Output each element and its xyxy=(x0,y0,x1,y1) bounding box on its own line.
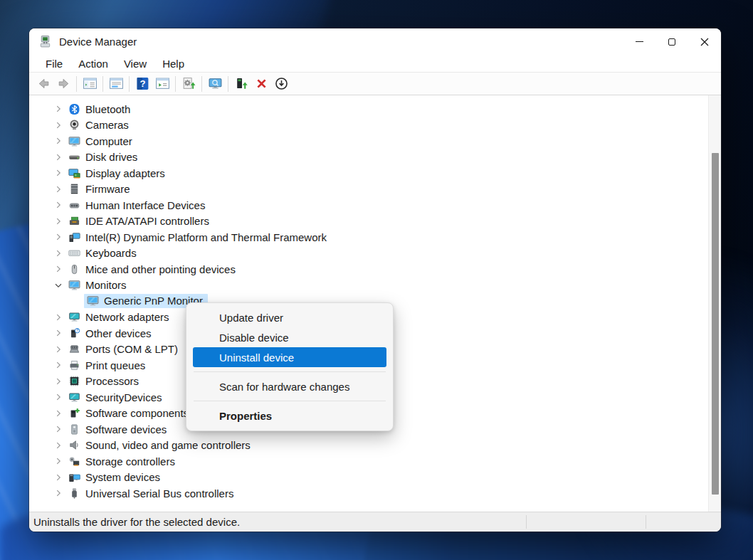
disable-device-button[interactable] xyxy=(271,75,291,93)
monitor-icon xyxy=(68,279,80,291)
network-icon xyxy=(68,311,80,323)
status-text: Uninstalls the driver for the selected d… xyxy=(33,516,240,528)
chevron-right-icon[interactable] xyxy=(53,344,64,355)
scan-for-hardware-changes-button[interactable] xyxy=(179,75,199,93)
action-pane-button[interactable] xyxy=(152,75,172,93)
tree-item-label: Universal Serial Bus controllers xyxy=(85,487,233,500)
chevron-right-icon[interactable] xyxy=(53,487,64,499)
chevron-right-icon[interactable] xyxy=(53,167,64,179)
toolbar-separator xyxy=(76,76,77,92)
chevron-spacer xyxy=(71,295,83,307)
svg-text:?: ? xyxy=(139,78,145,89)
software-component-icon xyxy=(68,407,80,419)
tree-item-ide-ata-atapi-controllers[interactable]: IDE ATA/ATAPI controllers xyxy=(29,213,721,230)
tree-item-label: Computer xyxy=(85,135,132,147)
remote-computer-button[interactable] xyxy=(205,75,225,93)
tree-item-monitors[interactable]: Monitors xyxy=(29,278,721,294)
tree-item-keyboards[interactable]: Keyboards xyxy=(29,245,721,262)
chevron-right-icon[interactable] xyxy=(53,120,64,131)
forward-button[interactable] xyxy=(53,75,73,93)
title-bar[interactable]: Device Manager xyxy=(29,28,721,55)
platform-icon xyxy=(68,231,80,243)
security-icon xyxy=(68,391,80,403)
tree-item-label: Mice and other pointing devices xyxy=(85,263,236,275)
chevron-right-icon[interactable] xyxy=(53,391,64,403)
other-device-icon: ? xyxy=(68,327,80,339)
context-menu-item-uninstall-device[interactable]: Uninstall device xyxy=(193,347,386,367)
tree-item-label: Other devices xyxy=(85,327,152,339)
tree-item-firmware[interactable]: Firmware xyxy=(29,181,721,198)
context-menu-item-update-driver[interactable]: Update driver xyxy=(193,307,386,327)
tree-item-intel-r-dynamic-platform-and-thermal-framework[interactable]: Intel(R) Dynamic Platform and Thermal Fr… xyxy=(29,229,721,245)
chevron-right-icon[interactable] xyxy=(53,376,64,387)
chevron-right-icon[interactable] xyxy=(53,231,64,243)
chevron-right-icon[interactable] xyxy=(53,312,64,323)
tree-item-mice-and-other-pointing-devices[interactable]: Mice and other pointing devices xyxy=(29,261,721,278)
minimize-icon xyxy=(636,41,643,42)
toolbar-separator xyxy=(175,76,176,92)
status-divider xyxy=(526,515,527,529)
mouse-icon xyxy=(68,263,80,275)
chevron-right-icon[interactable] xyxy=(53,216,64,227)
tree-item-human-interface-devices[interactable]: Human Interface Devices xyxy=(29,197,721,213)
properties-toolbar-button[interactable] xyxy=(106,75,126,93)
menu-help[interactable]: Help xyxy=(154,56,192,71)
system-icon xyxy=(68,471,80,483)
toolbar: ? xyxy=(29,73,721,95)
close-icon xyxy=(700,38,709,46)
menu-action[interactable]: Action xyxy=(70,56,116,71)
context-menu-item-scan-for-hardware-changes[interactable]: Scan for hardware changes xyxy=(193,376,386,396)
update-driver-button[interactable] xyxy=(231,75,251,93)
tree-item-disk-drives[interactable]: Disk drives xyxy=(29,149,721,166)
chevron-down-icon[interactable] xyxy=(53,280,64,291)
tree-item-label: Intel(R) Dynamic Platform and Thermal Fr… xyxy=(85,231,327,243)
tree-item-display-adapters[interactable]: Display adapters xyxy=(29,165,721,181)
printer-icon xyxy=(68,359,80,371)
tree-item-bluetooth[interactable]: Bluetooth xyxy=(29,101,721,117)
menu-file[interactable]: File xyxy=(38,56,70,71)
chevron-right-icon[interactable] xyxy=(53,455,64,467)
tree-item-cameras[interactable]: Cameras xyxy=(29,117,721,134)
scrollbar-thumb[interactable] xyxy=(712,153,719,495)
tree-item-computer[interactable]: Computer xyxy=(29,133,721,149)
tree-item-storage-controllers[interactable]: Storage controllers xyxy=(29,453,721,470)
usb-icon xyxy=(68,487,80,500)
window-controls xyxy=(623,28,721,55)
chevron-right-icon[interactable] xyxy=(53,184,64,195)
chevron-right-icon[interactable] xyxy=(53,472,64,483)
back-button[interactable] xyxy=(33,75,53,93)
tree-item-label: Cameras xyxy=(85,119,129,131)
chevron-right-icon[interactable] xyxy=(53,440,64,451)
chevron-right-icon[interactable] xyxy=(53,327,64,339)
action-pane-icon xyxy=(155,76,170,91)
device-tree: BluetoothCamerasComputerDisk drivesDispl… xyxy=(29,95,721,502)
toolbar-separator xyxy=(228,76,228,92)
software-device-icon xyxy=(68,423,80,435)
chevron-right-icon[interactable] xyxy=(53,248,64,259)
minimize-button[interactable] xyxy=(623,28,655,55)
chevron-right-icon[interactable] xyxy=(53,263,64,275)
tree-item-system-devices[interactable]: System devices xyxy=(29,470,721,486)
menu-view[interactable]: View xyxy=(116,56,154,71)
chevron-right-icon[interactable] xyxy=(53,152,64,163)
chevron-right-icon[interactable] xyxy=(53,199,64,211)
context-menu-item-properties[interactable]: Properties xyxy=(193,406,386,426)
close-button[interactable] xyxy=(688,28,721,55)
chevron-right-icon[interactable] xyxy=(53,408,64,419)
chevron-right-icon[interactable] xyxy=(53,103,64,115)
context-menu-item-disable-device[interactable]: Disable device xyxy=(193,327,386,347)
help-button[interactable]: ? xyxy=(132,75,152,93)
console-tree-icon xyxy=(83,76,98,91)
update-driver-icon xyxy=(234,76,249,91)
chevron-right-icon[interactable] xyxy=(53,135,64,147)
maximize-button[interactable] xyxy=(655,28,688,55)
chevron-right-icon[interactable] xyxy=(53,359,64,371)
display-adapter-icon xyxy=(68,167,80,179)
show-console-tree-button[interactable] xyxy=(80,75,100,93)
tree-item-universal-serial-bus-controllers[interactable]: Universal Serial Bus controllers xyxy=(29,485,721,502)
ports-icon xyxy=(68,343,80,355)
uninstall-device-button[interactable] xyxy=(251,75,271,93)
tree-item-sound-video-and-game-controllers[interactable]: Sound, video and game controllers xyxy=(29,438,721,454)
chevron-right-icon[interactable] xyxy=(53,423,64,435)
vertical-scrollbar[interactable] xyxy=(708,95,721,512)
